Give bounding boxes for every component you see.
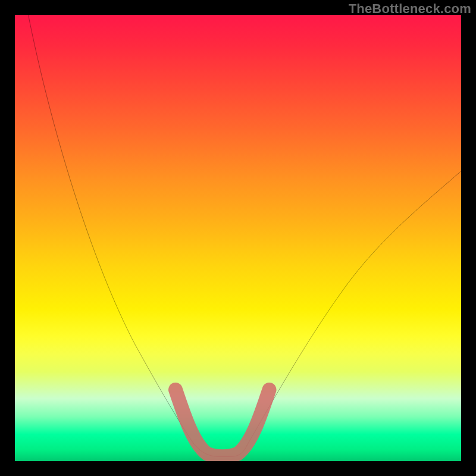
watermark-label: TheBottleneck.com (349, 1, 471, 17)
right-curve (247, 171, 461, 446)
valley-highlight (176, 390, 270, 456)
plot-area (15, 15, 461, 461)
chart-stage: TheBottleneck.com (0, 0, 476, 476)
curve-canvas (15, 15, 461, 461)
left-curve (29, 15, 194, 443)
